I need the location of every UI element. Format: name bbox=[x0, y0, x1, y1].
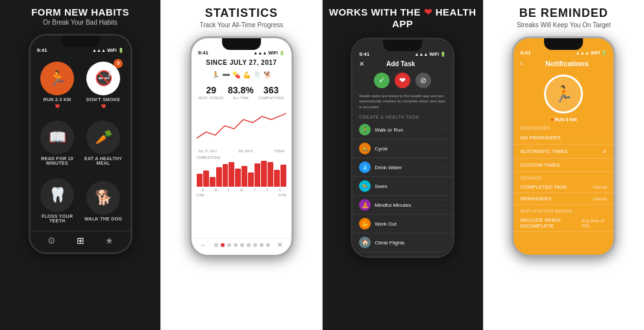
completions-chart-label: COMPLETIONS bbox=[197, 156, 286, 159]
dot-9[interactable] bbox=[266, 243, 270, 247]
health-item-climb[interactable]: 🏠 Climb Flights › bbox=[353, 233, 452, 252]
reminders-sound-label: REMINDERS bbox=[520, 196, 551, 202]
dog-icon: 🐕 bbox=[86, 181, 120, 215]
battery-icon-3: 🔋 bbox=[440, 52, 446, 57]
floss-icon: 🦷 bbox=[40, 178, 74, 212]
phone4-content: 9:41 ▲▲▲ WiFi 🔋 ‹ Notifications 🏃 bbox=[514, 38, 613, 255]
phone1-content: 9:41 ▲▲▲ WiFi 🔋 🏃 RUN 2.3 KM bbox=[31, 36, 130, 252]
heart-icon: ❤ bbox=[424, 6, 433, 18]
section-2-subtitle: Track Your All-Time Progress bbox=[166, 21, 316, 29]
reminder-no-reminders[interactable]: NO REMINDERS bbox=[514, 132, 613, 145]
cycle-icon: 🚴 bbox=[359, 143, 371, 154]
badge-section-label: APPLICATION BADGE bbox=[514, 205, 613, 215]
close-nav-icon[interactable]: ✕ bbox=[277, 241, 282, 248]
battery-icon-4: 🔋 bbox=[601, 51, 607, 56]
check-action-btn[interactable]: ✓ bbox=[374, 73, 390, 88]
phone2-status-icons: ▲▲▲ WiFi 🔋 bbox=[253, 51, 285, 56]
time-6am: 6 AM bbox=[197, 193, 204, 197]
star-icon[interactable]: ★ bbox=[105, 235, 114, 246]
section-1-title: FORM NEW HABITS bbox=[5, 6, 155, 18]
settings-icon[interactable]: ⚙ bbox=[47, 235, 56, 246]
completed-task-sound[interactable]: COMPLETED TASK Islands bbox=[514, 182, 613, 193]
automatic-times-label: AUTOMATIC TIMES bbox=[520, 148, 567, 154]
health-item-mindful[interactable]: 🧘 Mindful Minutes › bbox=[353, 196, 452, 215]
day-s: S bbox=[202, 188, 204, 192]
dot-8[interactable] bbox=[260, 243, 264, 247]
signal-icon-4: ▲▲▲ bbox=[576, 51, 589, 55]
task-actions: ✓ ❤ ⊘ bbox=[353, 70, 452, 91]
section-health: WORKS WITH THE ❤ HEALTH APP 9:41 ▲▲▲ WiF… bbox=[323, 0, 484, 330]
back-button[interactable]: ‹ bbox=[520, 59, 523, 68]
dot-7[interactable] bbox=[253, 243, 257, 247]
phone2-screen: 9:41 ▲▲▲ WiFi 🔋 SINCE JULY 27, 2017 🏃 ➖ bbox=[192, 38, 291, 255]
walk-chevron: › bbox=[444, 127, 446, 133]
phone3-status-bar: 9:41 ▲▲▲ WiFi 🔋 bbox=[353, 40, 452, 60]
habit-run[interactable]: 🏃 RUN 2.3 KM ❤️ bbox=[37, 58, 78, 112]
all-time-value: 83.8% bbox=[228, 85, 254, 95]
read-icon: 📖 bbox=[40, 121, 74, 154]
workout-label: Work Out bbox=[375, 221, 397, 227]
dot-5[interactable] bbox=[240, 243, 244, 247]
bar-chart bbox=[197, 161, 286, 187]
health-item-water[interactable]: 💧 Drink Water › bbox=[353, 158, 452, 177]
reminders-sound[interactable]: REMINDERS Islands bbox=[514, 193, 613, 205]
eat-icon: 🥕 bbox=[86, 121, 120, 154]
water-label: Drink Water bbox=[375, 165, 402, 171]
reminder-automatic[interactable]: AUTOMATIC TIMES ✓ bbox=[514, 145, 613, 159]
bar-chart-container: COMPLETIONS bbox=[197, 156, 286, 197]
no-reminders-label: NO REMINDERS bbox=[520, 135, 560, 141]
bar-6 bbox=[229, 162, 234, 187]
section-statistics: STATISTICS Track Your All-Time Progress … bbox=[161, 0, 322, 330]
phone3: 9:41 ▲▲▲ WiFi 🔋 ✕ Add Task bbox=[351, 38, 454, 258]
reminder-custom[interactable]: CUSTOM TIMES bbox=[514, 159, 613, 172]
habit-walk-dog[interactable]: 🐕 WALK THE DOG bbox=[83, 174, 124, 227]
walk-icon: 🚶 bbox=[359, 124, 371, 136]
habit-smoke[interactable]: 🚭 5 DON'T SMOKE ❤️ bbox=[83, 58, 124, 112]
health-item-cycle[interactable]: 🚴 Cycle › bbox=[353, 139, 452, 158]
health-item-sleep[interactable]: 😴 Sleep › bbox=[353, 252, 452, 256]
notif-title: Notifications bbox=[526, 60, 607, 67]
water-icon: 💧 bbox=[359, 161, 371, 173]
run-icon: 🏃 bbox=[40, 62, 74, 95]
dog-label: WALK THE DOG bbox=[84, 217, 122, 221]
cancel-action-btn[interactable]: ⊘ bbox=[415, 73, 431, 88]
back-nav-icon[interactable]: ← bbox=[201, 241, 207, 248]
habit-floss[interactable]: 🦷 FLOSS YOUR TEETH bbox=[37, 174, 78, 227]
badge-incomplete-row[interactable]: INCLUDE WHEN INCOMPLETE Any time of day bbox=[514, 215, 613, 232]
health-item-swim[interactable]: 🏊 Swim › bbox=[353, 177, 452, 196]
health-item-walk[interactable]: 🚶 Walk or Run › bbox=[353, 121, 452, 139]
heart-action-btn[interactable]: ❤ bbox=[395, 73, 410, 88]
climb-icon: 🏠 bbox=[359, 237, 371, 248]
battery-icon-2: 🔋 bbox=[279, 51, 285, 56]
dot-1[interactable] bbox=[214, 243, 218, 247]
phone2-status-bar: 9:41 ▲▲▲ WiFi 🔋 bbox=[192, 38, 291, 58]
habit-eat[interactable]: 🥕 EAT A HEALTHY MEAL bbox=[83, 117, 124, 170]
dot-3[interactable] bbox=[227, 243, 231, 247]
bar-14 bbox=[280, 165, 286, 187]
dot-6[interactable] bbox=[247, 243, 251, 247]
phone2-content: 9:41 ▲▲▲ WiFi 🔋 SINCE JULY 27, 2017 🏃 ➖ bbox=[192, 38, 291, 255]
notif-header: ‹ Notifications bbox=[514, 56, 613, 71]
section-1-header: FORM NEW HABITS Or Break Your Bad Habits bbox=[0, 0, 160, 31]
smoke-label: DON'T SMOKE bbox=[86, 97, 120, 102]
mindful-chevron: › bbox=[444, 202, 446, 208]
completions-value: 363 bbox=[258, 85, 284, 95]
mindful-icon: 🧘 bbox=[359, 199, 371, 211]
dot-2[interactable] bbox=[221, 243, 225, 247]
swim-icon: 🏊 bbox=[359, 180, 371, 192]
section-1-subtitle: Or Break Your Bad Habits bbox=[5, 19, 155, 26]
phone4-screen: 9:41 ▲▲▲ WiFi 🔋 ‹ Notifications 🏃 bbox=[514, 38, 613, 255]
workout-chevron: › bbox=[444, 221, 446, 227]
health-item-workout[interactable]: 💪 Work Out › bbox=[353, 215, 452, 233]
eat-label: EAT A HEALTHY MEAL bbox=[83, 156, 124, 165]
close-button[interactable]: ✕ bbox=[359, 60, 364, 67]
bar-5 bbox=[223, 164, 229, 187]
phone1-footer: ⚙ ⊞ ★ bbox=[31, 231, 130, 252]
habit-read[interactable]: 📖 READ FOR 10 MINUTES bbox=[37, 117, 78, 170]
wifi-icon-3: WiFi bbox=[429, 52, 439, 56]
bar-3 bbox=[210, 177, 216, 187]
phone4-status-bar: 9:41 ▲▲▲ WiFi 🔋 bbox=[514, 38, 613, 58]
grid-icon[interactable]: ⊞ bbox=[77, 235, 84, 246]
dot-4[interactable] bbox=[234, 243, 238, 247]
bar-7 bbox=[235, 169, 241, 187]
